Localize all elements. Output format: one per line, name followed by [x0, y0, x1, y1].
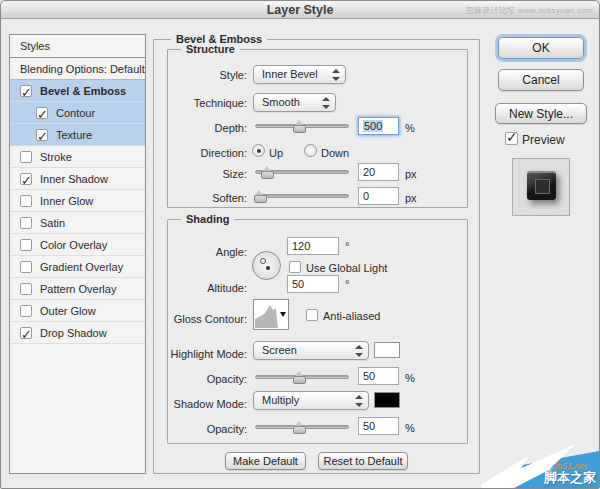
sidebar-item[interactable]: Satin: [10, 212, 145, 234]
style-checkbox[interactable]: [20, 283, 32, 295]
soften-unit: px: [405, 192, 417, 204]
updown-arrows-icon: [355, 395, 363, 407]
direction-down-radio[interactable]: [304, 144, 317, 157]
sidebar-item[interactable]: Inner Shadow: [10, 168, 145, 190]
sidebar-item-label: Satin: [40, 217, 65, 229]
styles-sidebar: Styles Blending Options: Default Bevel &…: [9, 34, 146, 474]
use-global-light-checkbox[interactable]: [289, 261, 301, 273]
technique-label: Technique:: [167, 97, 247, 109]
depth-slider-thumb[interactable]: [293, 120, 305, 132]
shading-title: Shading: [181, 213, 234, 225]
sidebar-item-label: Stroke: [40, 151, 72, 163]
angle-dial[interactable]: [252, 251, 281, 280]
sidebar-item[interactable]: Color Overlay: [10, 234, 145, 256]
gloss-contour-picker[interactable]: [253, 299, 289, 330]
sidebar-item[interactable]: Gradient Overlay: [10, 256, 145, 278]
sidebar-item-label: Texture: [56, 129, 92, 141]
opacity2-unit: %: [405, 422, 415, 434]
soften-slider-thumb[interactable]: [254, 190, 266, 202]
depth-input[interactable]: 500: [358, 117, 399, 135]
sidebar-item-label: Bevel & Emboss: [40, 85, 126, 97]
sidebar-item[interactable]: Texture: [10, 124, 145, 146]
direction-down-label: Down: [321, 147, 349, 159]
opacity2-label: Opacity:: [167, 423, 247, 435]
shadow-color-swatch[interactable]: [374, 392, 400, 408]
angle-input[interactable]: 120: [287, 237, 339, 255]
sidebar-item-label: Drop Shadow: [40, 327, 107, 339]
shadow-mode-dropdown[interactable]: Multiply: [253, 391, 369, 410]
style-checkbox[interactable]: [20, 261, 32, 273]
opacity1-slider[interactable]: [255, 375, 349, 379]
style-checkbox[interactable]: [20, 327, 32, 339]
angle-unit: °: [345, 240, 349, 252]
sidebar-item[interactable]: Contour: [10, 102, 145, 124]
opacity2-input[interactable]: 50: [358, 417, 399, 435]
style-checkbox[interactable]: [36, 129, 48, 141]
technique-dropdown[interactable]: Smooth: [253, 93, 336, 112]
highlight-color-swatch[interactable]: [374, 342, 400, 358]
style-checkbox[interactable]: [20, 305, 32, 317]
use-global-light-label: Use Global Light: [306, 262, 387, 274]
updown-arrows-icon: [322, 97, 330, 109]
style-checkbox[interactable]: [20, 239, 32, 251]
title-bar[interactable]: Layer Style 思缘设计论坛 www.missyuan.com: [1, 1, 599, 19]
reset-to-default-button[interactable]: Reset to Default: [318, 452, 408, 470]
watermark-name: 脚本之家: [544, 469, 596, 487]
altitude-input[interactable]: 50: [287, 275, 339, 293]
anti-aliased-checkbox[interactable]: [306, 309, 318, 321]
size-slider[interactable]: [255, 170, 349, 174]
sidebar-item[interactable]: Inner Glow: [10, 190, 145, 212]
soften-input[interactable]: 0: [358, 187, 399, 205]
opacity2-slider-thumb[interactable]: [293, 421, 305, 433]
sidebar-list: Blending Options: Default Bevel & Emboss…: [10, 58, 145, 344]
style-checkbox[interactable]: [20, 173, 32, 185]
shadow-mode-label: Shadow Mode:: [147, 398, 247, 410]
sidebar-item-label: Inner Glow: [40, 195, 93, 207]
style-checkbox[interactable]: [20, 85, 32, 97]
highlight-mode-dropdown[interactable]: Screen: [253, 341, 369, 360]
style-dropdown-value: Inner Bevel: [262, 68, 318, 80]
sidebar-item[interactable]: Pattern Overlay: [10, 278, 145, 300]
contour-curve-icon: [255, 301, 281, 328]
anti-aliased-label: Anti-aliased: [323, 310, 380, 322]
style-checkbox[interactable]: [36, 107, 48, 119]
size-slider-thumb[interactable]: [261, 166, 273, 178]
altitude-unit: °: [345, 278, 349, 290]
size-input[interactable]: 20: [358, 163, 399, 181]
sidebar-item[interactable]: Stroke: [10, 146, 145, 168]
cancel-button[interactable]: Cancel: [498, 69, 584, 91]
style-checkbox[interactable]: [20, 151, 32, 163]
sidebar-item[interactable]: Drop Shadow: [10, 322, 145, 344]
size-unit: px: [405, 168, 417, 180]
sidebar-item-label: Outer Glow: [40, 305, 96, 317]
opacity2-slider[interactable]: [255, 425, 349, 429]
style-checkbox[interactable]: [20, 195, 32, 207]
style-checkbox[interactable]: [20, 217, 32, 229]
highlight-mode-label: Highlight Mode:: [147, 348, 247, 360]
opacity1-unit: %: [405, 372, 415, 384]
sidebar-item[interactable]: Outer Glow: [10, 300, 145, 322]
angle-dial-light-dot: [260, 258, 266, 264]
soften-slider[interactable]: [255, 194, 349, 198]
opacity1-label: Opacity:: [167, 373, 247, 385]
ok-button[interactable]: OK: [498, 37, 584, 59]
sidebar-item-label: Pattern Overlay: [40, 283, 116, 295]
altitude-label: Altitude:: [167, 282, 247, 294]
opacity1-input[interactable]: 50: [358, 367, 399, 385]
opacity1-slider-thumb[interactable]: [293, 371, 305, 383]
size-label: Size:: [167, 168, 247, 180]
sidebar-item[interactable]: Bevel & Emboss: [10, 80, 145, 102]
sidebar-item-label: Color Overlay: [40, 239, 107, 251]
make-default-button[interactable]: Make Default: [225, 452, 306, 470]
sidebar-item[interactable]: Blending Options: Default: [10, 58, 145, 80]
new-style-button[interactable]: New Style...: [495, 103, 587, 124]
depth-label: Depth:: [167, 122, 247, 134]
contour-dropdown-arrow-icon: [280, 312, 286, 317]
direction-up-radio[interactable]: [252, 144, 265, 157]
direction-label: Direction:: [167, 147, 247, 159]
preview-checkbox[interactable]: [505, 132, 518, 145]
depth-slider[interactable]: [255, 124, 349, 128]
sidebar-item-label: Gradient Overlay: [40, 261, 123, 273]
style-dropdown[interactable]: Inner Bevel: [253, 65, 346, 84]
shadow-mode-value: Multiply: [262, 394, 299, 406]
